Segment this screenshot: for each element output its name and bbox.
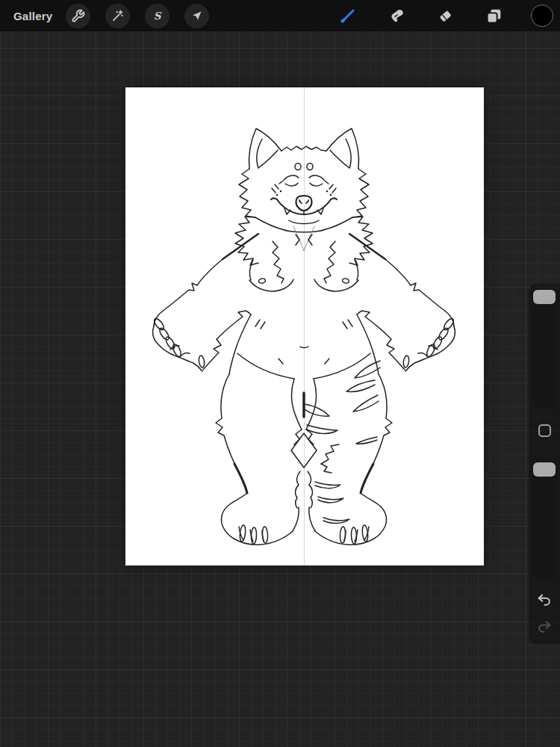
wrench-icon [71, 9, 85, 23]
layers-button[interactable] [482, 4, 505, 28]
paint-tool-button[interactable] [336, 4, 360, 28]
color-swatch [531, 4, 553, 27]
adjustments-button[interactable] [105, 4, 130, 28]
smudge-tool-button[interactable] [385, 4, 408, 28]
drawing-canvas[interactable] [125, 87, 484, 565]
canvas-artwork [125, 87, 484, 565]
undo-button[interactable] [535, 592, 554, 610]
selection-button[interactable]: S [145, 4, 169, 28]
brush-size-slider[interactable] [532, 288, 557, 408]
left-tool-group: S [66, 4, 209, 28]
erase-tool-button[interactable] [433, 4, 457, 28]
layers-icon [485, 7, 503, 25]
svg-text:S: S [154, 9, 162, 21]
transform-button[interactable] [184, 4, 209, 28]
right-tool-group [336, 4, 556, 28]
eraser-icon [436, 7, 455, 25]
brush-size-slider-thumb[interactable] [533, 290, 556, 304]
magic-wand-icon [111, 9, 125, 23]
opacity-slider-thumb[interactable] [533, 462, 556, 477]
transform-arrow-icon [190, 9, 204, 23]
brush-sidebar [529, 284, 560, 644]
redo-button[interactable] [535, 619, 554, 636]
actions-button[interactable] [66, 4, 90, 28]
color-button[interactable] [530, 4, 554, 28]
redo-arrow-icon [536, 619, 553, 636]
procreate-workspace: Gallery S [0, 0, 560, 747]
selection-s-icon: S [150, 9, 164, 23]
paintbrush-icon [338, 6, 358, 25]
top-toolbar: Gallery S [0, 0, 560, 31]
opacity-slider[interactable] [532, 458, 557, 581]
undo-arrow-icon [536, 592, 553, 610]
modify-button[interactable] [538, 424, 551, 437]
gallery-button[interactable]: Gallery [13, 10, 52, 22]
smudge-finger-icon [388, 7, 406, 25]
